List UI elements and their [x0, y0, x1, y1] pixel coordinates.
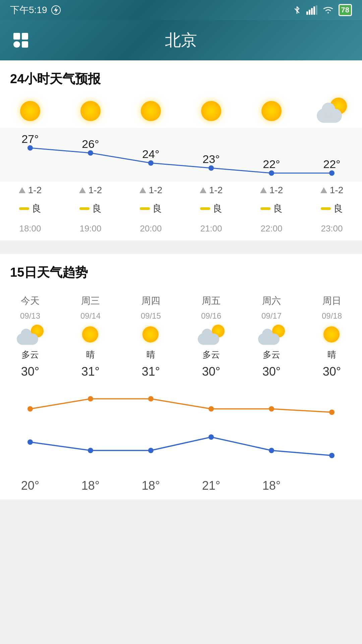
time-label-item: 23:00 [302, 222, 362, 234]
forecast-high-temp: 30° [323, 365, 341, 379]
forecast-date: 09/18 [322, 311, 342, 321]
forecast-date: 09/17 [261, 311, 282, 321]
sun-weather-icon [17, 98, 44, 124]
temp-dot [269, 170, 274, 176]
partly-cloudy-icon-sm [17, 325, 44, 345]
forecast-high-temp: 31° [142, 365, 160, 379]
forecast-item: 今天 09/13 多云 30° [0, 294, 60, 379]
forecast-day-label: 周六 [262, 294, 281, 307]
hourly-icon-item [60, 94, 121, 128]
low-temp-chart-area [0, 427, 362, 472]
forecast-date: 09/16 [201, 311, 221, 321]
forecast-date: 09/14 [80, 311, 101, 321]
aqi-label: 良 [92, 202, 102, 215]
status-bar: 下午5:19 78 [0, 0, 362, 20]
temp-label: 27° [21, 132, 39, 145]
time-label: 23:00 [321, 223, 343, 234]
low-temp-dot [208, 434, 214, 440]
wifi-icon [322, 5, 334, 15]
sun-icon-sm [79, 325, 102, 345]
partly-cloudy-icon-sm [198, 325, 225, 345]
aqi-item: 良 [181, 202, 241, 215]
wind-item: 1-2 [0, 185, 60, 196]
forecast-date: 09/13 [20, 311, 40, 321]
aqi-bar [19, 207, 29, 210]
status-indicators: 78 [292, 4, 352, 16]
air-quality: 良 [260, 202, 283, 215]
app-header: 北京 [0, 20, 362, 60]
aqi-item: 良 [60, 202, 121, 215]
sun-icon-sm [320, 325, 344, 345]
time-labels-row: 18:00 19:00 20:00 21:00 22:00 23:00 [0, 218, 362, 240]
wind-direction: 1-2 [260, 185, 283, 196]
sun-weather-icon [198, 98, 225, 124]
wind-item: 1-2 [60, 185, 121, 196]
air-quality: 良 [140, 202, 162, 215]
bluetooth-icon [292, 5, 302, 15]
temperature-chart: 27° 26° 24° 23° 22° 22° [0, 128, 362, 181]
battery-level: 78 [341, 6, 349, 14]
hourly-icons-row [0, 94, 362, 128]
menu-button[interactable] [13, 33, 28, 48]
aqi-label: 良 [273, 202, 283, 215]
time-label: 18:00 [19, 223, 41, 234]
time-label-item: 18:00 [0, 222, 60, 234]
temp-label: 22° [263, 158, 280, 170]
svg-rect-3 [309, 10, 310, 15]
forecast-high-temp: 31° [81, 365, 100, 379]
aqi-item: 良 [241, 202, 302, 215]
forecast-high-temp: 30° [262, 365, 281, 379]
temp-line [30, 148, 332, 173]
time-label: 20:00 [140, 223, 162, 234]
wind-level: 1-2 [88, 185, 102, 196]
forecast-day-headers: 今天 09/13 多云 30° 周三 09/14 晴 31° 周四 09/15 … [0, 288, 362, 379]
hourly-section-title: 24小时天气预报 [0, 70, 362, 94]
partly-cloudy-icon-sm [258, 325, 285, 345]
forecast-description: 晴 [327, 349, 336, 361]
aqi-item: 良 [0, 202, 60, 215]
time-label: 21:00 [200, 223, 222, 234]
low-temp-dot [27, 439, 33, 445]
wind-arrow-icon [79, 187, 86, 193]
city-title: 北京 [165, 30, 197, 51]
aqi-row: 良 良 良 良 良 [0, 199, 362, 218]
wind-level: 1-2 [28, 185, 42, 196]
svg-marker-1 [54, 7, 58, 13]
low-temp-item: 20° [0, 479, 60, 493]
wind-level: 1-2 [209, 185, 223, 196]
forecast-description: 晴 [146, 349, 155, 361]
air-quality: 良 [321, 202, 343, 215]
forecast-section-title: 15日天气趋势 [0, 264, 362, 288]
hourly-forecast-section: 24小时天气预报 [0, 60, 362, 240]
wind-level: 1-2 [330, 185, 343, 196]
high-temp-dot [269, 406, 274, 412]
wind-direction: 1-2 [320, 185, 343, 196]
svg-rect-6 [316, 5, 317, 15]
forecast-day-label: 周日 [322, 294, 341, 307]
svg-rect-5 [313, 6, 315, 15]
forecast-description: 晴 [86, 349, 95, 361]
time-label-item: 19:00 [60, 222, 121, 234]
low-temp-dot [148, 448, 154, 453]
air-quality: 良 [200, 202, 222, 215]
forecast-high-temp: 30° [21, 365, 39, 379]
sun-icon-sm [139, 325, 163, 345]
low-temp-chart-svg [0, 427, 362, 467]
aqi-label: 良 [213, 202, 222, 215]
wind-arrow-icon [139, 187, 146, 193]
forecast-description: 多云 [21, 349, 39, 361]
battery-display: 78 [339, 4, 352, 16]
air-quality: 良 [79, 202, 102, 215]
wind-direction: 1-2 [139, 185, 162, 196]
low-temp-item: 18° [241, 479, 302, 493]
wind-arrow-icon [19, 187, 25, 193]
hourly-icon-item [0, 94, 60, 128]
forecast-description: 多云 [202, 349, 220, 361]
aqi-item: 良 [302, 202, 362, 215]
wind-item: 1-2 [241, 185, 302, 196]
forecast-item: 周六 09/17 多云 30° [241, 294, 302, 379]
forecast-high-temp: 30° [202, 365, 220, 379]
svg-rect-4 [311, 8, 313, 15]
low-temp-labels: 20° 18° 18° 21° 18° 17° [0, 472, 362, 499]
sun-weather-icon [258, 98, 285, 124]
